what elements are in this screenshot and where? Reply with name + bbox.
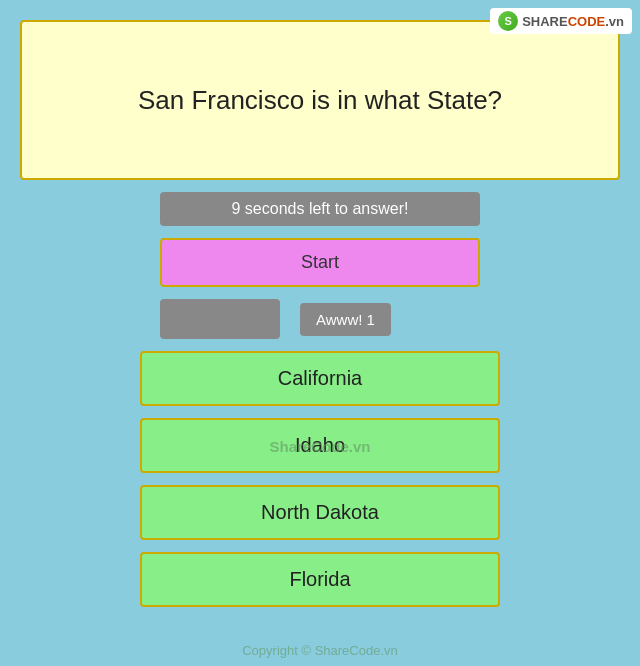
score-box-left xyxy=(160,299,280,339)
timer-display: 9 seconds left to answer! xyxy=(160,192,480,226)
answer-button-0[interactable]: California xyxy=(140,351,500,406)
logo-share: SHARECODE.vn xyxy=(522,14,624,29)
timer-text: 9 seconds left to answer! xyxy=(232,200,409,217)
answer-button-2[interactable]: North Dakota xyxy=(140,485,500,540)
question-box: San Francisco is in what State? xyxy=(20,20,620,180)
question-text: San Francisco is in what State? xyxy=(138,85,502,116)
answer-label-2: North Dakota xyxy=(261,501,379,523)
answer-button-3[interactable]: Florida xyxy=(140,552,500,607)
answer-button-1[interactable]: Idaho xyxy=(140,418,500,473)
logo: S SHARECODE.vn xyxy=(490,8,632,34)
answer-label-0: California xyxy=(278,367,362,389)
answer-label-1: Idaho xyxy=(295,434,345,456)
logo-icon: S xyxy=(498,11,518,31)
score-box-right: Awww! 1 xyxy=(300,303,391,336)
start-button[interactable]: Start xyxy=(160,238,480,287)
answer-label-3: Florida xyxy=(289,568,350,590)
start-button-label: Start xyxy=(301,252,339,272)
score-row: Awww! 1 xyxy=(160,299,480,339)
copyright: Copyright © ShareCode.vn xyxy=(242,643,398,658)
score-label: Awww! 1 xyxy=(316,311,375,328)
